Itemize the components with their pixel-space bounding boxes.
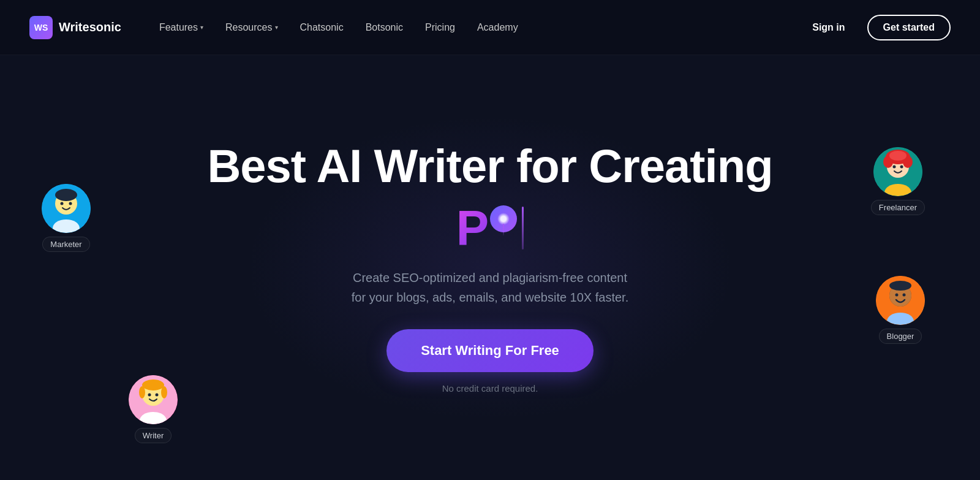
hero-subtitle: Create SEO-optimized and plagiarism-free… bbox=[352, 268, 628, 307]
avatar-marketer-badge: Marketer bbox=[42, 184, 91, 252]
logo-area[interactable]: WS Writesonic bbox=[29, 16, 121, 39]
nav-features[interactable]: Features ▾ bbox=[151, 17, 212, 38]
logo-icon: WS bbox=[29, 16, 53, 39]
svg-point-28 bbox=[895, 294, 899, 297]
nav-academy[interactable]: Academy bbox=[469, 17, 527, 38]
marketer-face-icon bbox=[42, 184, 91, 233]
svg-point-10 bbox=[139, 386, 145, 398]
svg-point-4 bbox=[61, 202, 64, 205]
hero-type-area: P bbox=[456, 200, 524, 256]
avatar-writer-badge: Writer bbox=[129, 375, 178, 443]
nav-chatsonic[interactable]: Chatsonic bbox=[292, 17, 352, 38]
svg-point-29 bbox=[903, 294, 906, 297]
svg-point-21 bbox=[892, 166, 895, 169]
nav-right: Sign in Get started bbox=[802, 15, 951, 40]
ai-bubble-inner bbox=[497, 213, 510, 225]
nav-links: Features ▾ Resources ▾ Chatsonic Botsoni… bbox=[151, 17, 802, 38]
get-started-button[interactable]: Get started bbox=[867, 15, 951, 40]
hero-section: Marketer Writer bbox=[0, 55, 980, 480]
freelancer-face-icon bbox=[873, 147, 922, 196]
svg-point-27 bbox=[889, 281, 911, 291]
writer-label: Writer bbox=[135, 428, 172, 443]
no-credit-card-text: No credit card required. bbox=[442, 383, 538, 394]
svg-point-12 bbox=[148, 394, 151, 397]
svg-point-11 bbox=[161, 386, 167, 398]
avatar-marketer-circle bbox=[42, 184, 91, 233]
avatar-freelancer-circle bbox=[873, 147, 922, 196]
writer-face-icon bbox=[129, 375, 178, 424]
features-chevron-icon: ▾ bbox=[200, 24, 203, 31]
svg-point-5 bbox=[69, 202, 72, 205]
svg-point-9 bbox=[142, 379, 164, 390]
nav-pricing[interactable]: Pricing bbox=[417, 17, 464, 38]
cursor-icon bbox=[522, 207, 524, 250]
resources-chevron-icon: ▾ bbox=[275, 24, 278, 31]
nav-botsonic[interactable]: Botsonic bbox=[357, 17, 412, 38]
nav-resources[interactable]: Resources ▾ bbox=[217, 17, 286, 38]
navbar: WS Writesonic Features ▾ Resources ▾ Cha… bbox=[0, 0, 980, 55]
svg-point-22 bbox=[900, 166, 903, 169]
sign-in-button[interactable]: Sign in bbox=[802, 17, 854, 38]
hero-title: Best AI Writer for Creating bbox=[207, 142, 772, 191]
blogger-face-icon bbox=[876, 276, 925, 325]
ai-bubble-icon bbox=[490, 205, 517, 232]
freelancer-label: Freelancer bbox=[871, 200, 925, 215]
avatar-freelancer-badge: Freelancer bbox=[871, 147, 925, 215]
avatar-blogger-badge: Blogger bbox=[876, 276, 925, 344]
type-letter: P bbox=[456, 204, 489, 253]
svg-point-13 bbox=[156, 394, 159, 397]
brand-name: Writesonic bbox=[59, 20, 121, 34]
avatar-writer-circle bbox=[129, 375, 178, 424]
svg-point-20 bbox=[889, 151, 907, 161]
avatar-blogger-circle bbox=[876, 276, 925, 325]
blogger-label: Blogger bbox=[879, 329, 922, 344]
svg-point-3 bbox=[55, 189, 77, 201]
cta-start-writing-button[interactable]: Start Writing For Free bbox=[386, 329, 594, 372]
marketer-label: Marketer bbox=[42, 237, 89, 252]
